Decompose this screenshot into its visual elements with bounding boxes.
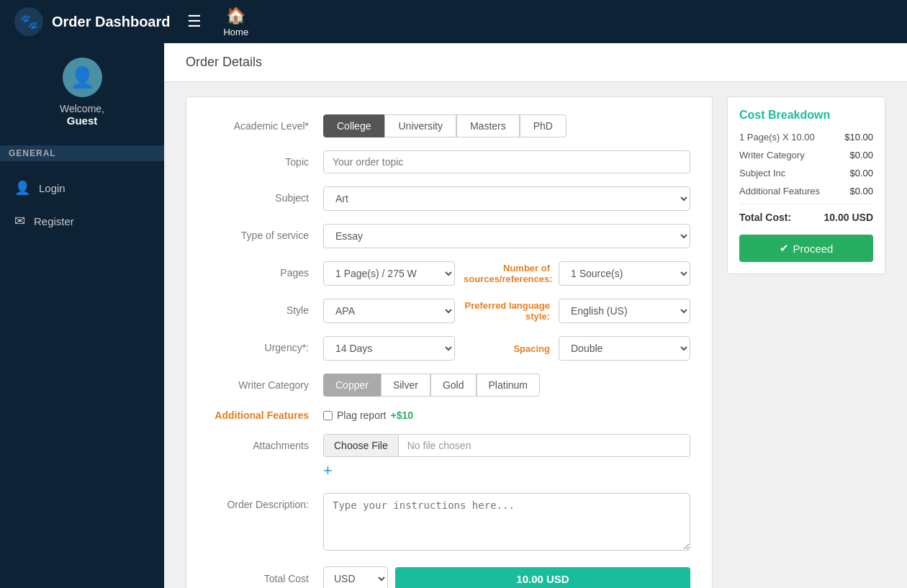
academic-level-row: Academic Level* College University Maste… xyxy=(208,114,690,137)
sidebar: 👤 Welcome, Guest GENERAL 👤 Login ✉ Regis… xyxy=(0,43,164,588)
plag-report-checkbox[interactable] xyxy=(323,411,333,420)
style-language-fields: APA MLA Chicago Harvard Preferred langua… xyxy=(323,299,690,323)
topic-field xyxy=(323,150,690,173)
service-type-select[interactable]: Essay Research Paper Coursework Disserta… xyxy=(323,224,690,248)
description-label: Order Description: xyxy=(208,493,323,510)
home-nav[interactable]: 🏠 Home xyxy=(223,6,248,37)
level-university-button[interactable]: University xyxy=(384,114,456,137)
general-badge: GENERAL xyxy=(0,145,164,161)
file-input-wrapper: Choose File No file chosen xyxy=(323,434,690,457)
cost-row-pages: 1 Page(s) X 10.00 $10.00 xyxy=(739,132,873,143)
cost-label-subject: Subject Inc xyxy=(739,168,785,178)
style-select[interactable]: APA MLA Chicago Harvard xyxy=(323,299,455,323)
cost-breakdown-title: Cost Breakdown xyxy=(739,109,873,122)
language-select[interactable]: English (US) English (UK) xyxy=(559,299,690,323)
pages-label: Pages xyxy=(208,261,323,279)
sources-select[interactable]: 1 Source(s) 2 Source(s) 3 Source(s) 5 So… xyxy=(559,261,690,286)
urgency-spacing-row: Urgency*: 14 Days 7 Days 5 Days 3 Days 2… xyxy=(208,336,690,361)
description-textarea[interactable] xyxy=(323,493,690,551)
file-name-display: No file chosen xyxy=(399,435,690,456)
total-cost-breakdown-value: 10.00 USD xyxy=(824,212,873,223)
attachments-field: Choose File No file chosen + xyxy=(323,434,690,480)
additional-features-row: Additional Features Plag report +$10 xyxy=(208,410,690,421)
style-language-row: Style APA MLA Chicago Harvard Preferred … xyxy=(208,299,690,323)
total-cost-label: Total Cost xyxy=(208,573,323,584)
pages-select[interactable]: 1 Page(s) / 275 W 2 Page(s) / 550 W 3 Pa… xyxy=(323,261,455,286)
service-type-row: Type of service Essay Research Paper Cou… xyxy=(208,224,690,248)
subject-label: Subject xyxy=(208,186,323,204)
total-amount-display: 10.00 USD xyxy=(395,567,690,589)
writer-silver-button[interactable]: Silver xyxy=(381,374,430,397)
cost-breakdown-box: Cost Breakdown 1 Page(s) X 10.00 $10.00 … xyxy=(727,96,885,274)
home-icon: 🏠 xyxy=(226,6,245,25)
welcome-text: Welcome, xyxy=(60,103,104,114)
person-icon: 👤 xyxy=(14,180,30,196)
cost-value-pages: $10.00 xyxy=(844,132,873,143)
page-title: Order Details xyxy=(164,43,907,82)
plag-report-price: +$10 xyxy=(390,410,413,421)
subject-field: Art Biology Chemistry English History Ma… xyxy=(323,186,690,211)
writer-category-label: Writer Category xyxy=(208,374,323,391)
register-label: Register xyxy=(34,215,74,227)
cost-value-writer: $0.00 xyxy=(849,150,873,160)
topic-input[interactable] xyxy=(323,150,690,173)
spacing-select[interactable]: Double Single xyxy=(559,336,690,361)
topic-label: Topic xyxy=(208,150,323,168)
writer-copper-button[interactable]: Copper xyxy=(323,374,381,397)
currency-select[interactable]: USD EUR GBP xyxy=(323,566,388,588)
cost-divider xyxy=(739,204,873,204)
subject-row: Subject Art Biology Chemistry English Hi… xyxy=(208,186,690,211)
style-label: Style xyxy=(208,299,323,316)
writer-gold-button[interactable]: Gold xyxy=(430,374,477,397)
total-cost-fields: USD EUR GBP 10.00 USD xyxy=(323,566,690,588)
sidebar-user: 👤 Welcome, Guest xyxy=(0,58,164,138)
order-form-wrapper: Academic Level* College University Maste… xyxy=(164,82,907,588)
sidebar-item-register[interactable]: ✉ Register xyxy=(0,204,164,238)
topic-row: Topic xyxy=(208,150,690,173)
cost-row-writer: Writer Category $0.00 xyxy=(739,150,873,160)
total-cost-row: Total Cost USD EUR GBP 10.00 USD xyxy=(208,566,690,588)
sidebar-item-login[interactable]: 👤 Login xyxy=(0,171,164,204)
main-layout: 👤 Welcome, Guest GENERAL 👤 Login ✉ Regis… xyxy=(0,43,907,588)
total-cost-breakdown-row: Total Cost: 10.00 USD xyxy=(739,212,873,223)
level-phd-button[interactable]: PhD xyxy=(520,114,567,137)
proceed-checkmark-icon: ✔ xyxy=(780,242,789,255)
menu-icon[interactable]: ☰ xyxy=(187,12,202,31)
register-icon: ✉ xyxy=(14,213,25,229)
academic-level-label: Academic Level* xyxy=(208,114,323,132)
description-row: Order Description: xyxy=(208,493,690,553)
avatar: 👤 xyxy=(63,58,102,97)
writer-category-row: Writer Category Copper Silver Gold Plati… xyxy=(208,374,690,397)
cost-label-writer: Writer Category xyxy=(739,150,805,160)
cost-label-features: Additional Features xyxy=(739,186,820,196)
order-form: Academic Level* College University Maste… xyxy=(186,96,713,588)
main-content: Order Details Academic Level* College Un… xyxy=(164,43,907,588)
header: 🐾 Order Dashboard ☰ 🏠 Home xyxy=(0,0,907,43)
total-cost-breakdown-label: Total Cost: xyxy=(739,212,791,223)
attachments-label: Attachments xyxy=(208,434,323,451)
writer-category-group: Copper Silver Gold Platinum xyxy=(323,374,690,397)
level-college-button[interactable]: College xyxy=(323,114,384,137)
plag-report-label: Plag report xyxy=(337,410,386,421)
home-label: Home xyxy=(223,27,248,37)
cost-breakdown-panel: Cost Breakdown 1 Page(s) X 10.00 $10.00 … xyxy=(727,96,885,588)
urgency-select[interactable]: 14 Days 7 Days 5 Days 3 Days 2 Days 1 Da… xyxy=(323,336,455,361)
writer-category-field: Copper Silver Gold Platinum xyxy=(323,374,690,397)
service-type-field: Essay Research Paper Coursework Disserta… xyxy=(323,224,690,248)
app-title: Order Dashboard xyxy=(52,14,170,30)
service-type-label: Type of service xyxy=(208,224,323,241)
level-masters-button[interactable]: Masters xyxy=(456,114,520,137)
subject-select[interactable]: Art Biology Chemistry English History Ma… xyxy=(323,186,690,211)
urgency-spacing-fields: 14 Days 7 Days 5 Days 3 Days 2 Days 1 Da… xyxy=(323,336,690,361)
writer-platinum-button[interactable]: Platinum xyxy=(477,374,540,397)
spacing-label: Spacing xyxy=(464,343,550,354)
plag-report-feature: Plag report +$10 xyxy=(323,410,413,421)
pages-sources-fields: 1 Page(s) / 275 W 2 Page(s) / 550 W 3 Pa… xyxy=(323,261,690,286)
choose-file-button[interactable]: Choose File xyxy=(324,435,399,456)
cost-row-subject: Subject Inc $0.00 xyxy=(739,168,873,178)
add-more-icon[interactable]: + xyxy=(323,461,690,480)
language-label: Preferred language style: xyxy=(464,300,550,322)
proceed-button[interactable]: ✔ Proceed xyxy=(739,235,873,262)
academic-level-group: College University Masters PhD xyxy=(323,114,690,137)
username: Guest xyxy=(67,114,98,127)
